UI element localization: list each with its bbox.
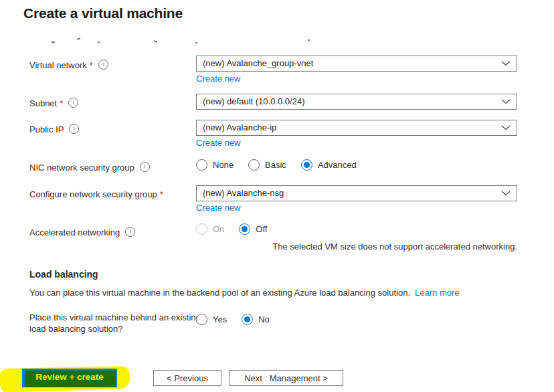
radio-circle-icon [239, 223, 250, 235]
info-icon[interactable] [140, 162, 150, 172]
cropped-text-artifact [154, 40, 157, 42]
configure-nsg-label: Configure network security group* [29, 189, 163, 200]
previous-button[interactable]: < Previous [153, 370, 221, 386]
cropped-text-artifact [98, 41, 100, 43]
create-new-link-vnet[interactable]: Create new [196, 74, 240, 84]
radio-none[interactable]: None [196, 159, 234, 171]
radio-circle-icon [242, 314, 253, 325]
chevron-down-icon [501, 191, 511, 196]
subnet-label: Subnet* [29, 98, 78, 109]
load-balancing-description: You can place this virtual machine in th… [29, 288, 460, 298]
accelerated-networking-radio-group: On Off [196, 223, 267, 235]
info-icon[interactable] [125, 227, 135, 237]
review-create-button[interactable]: Review + create [22, 369, 117, 387]
accelerated-networking-note: The selected VM size does not support ac… [196, 241, 517, 252]
load-balancing-question: Place this virtual machine behind an exi… [29, 312, 205, 334]
load-balancing-heading: Load balancing [29, 269, 98, 280]
radio-circle-icon [301, 159, 312, 171]
radio-yes[interactable]: Yes [196, 314, 227, 325]
cropped-text-artifact [195, 42, 197, 43]
create-new-link-public-ip[interactable]: Create new [196, 138, 240, 148]
next-management-button[interactable]: Next : Management > [229, 370, 343, 386]
info-icon[interactable] [98, 60, 108, 70]
dropdown-value: (new) Avalanche-ip [203, 120, 276, 135]
nic-nsg-label: NIC network security group [29, 162, 150, 173]
virtual-network-dropdown[interactable]: (new) Avalanche_group-vnet [196, 56, 517, 72]
chevron-down-icon [501, 125, 511, 130]
public-ip-label: Public IP [29, 124, 79, 135]
create-new-link-nsg[interactable]: Create new [196, 203, 240, 213]
info-icon[interactable] [69, 124, 79, 134]
learn-more-link[interactable]: Learn more [415, 288, 459, 298]
cropped-text-artifact [52, 41, 55, 43]
info-icon[interactable] [68, 98, 78, 108]
radio-advanced[interactable]: Advanced [301, 159, 357, 171]
radio-circle-icon [248, 159, 260, 171]
dropdown-value: (new) Avalanche_group-vnet [203, 56, 313, 71]
subnet-dropdown[interactable]: (new) default (10.0.0.0/24) [196, 94, 517, 110]
public-ip-dropdown[interactable]: (new) Avalanche-ip [196, 120, 517, 136]
nic-nsg-radio-group: None Basic Advanced [196, 159, 357, 171]
cropped-text-artifact [308, 39, 310, 41]
accelerated-networking-label: Accelerated networking [29, 227, 135, 238]
dropdown-value: (new) Avalanche-nsg [203, 186, 284, 201]
configure-nsg-dropdown[interactable]: (new) Avalanche-nsg [196, 185, 517, 201]
dropdown-value: (new) default (10.0.0.0/24) [203, 94, 304, 109]
chevron-down-icon [501, 61, 511, 66]
radio-basic[interactable]: Basic [248, 159, 286, 171]
cropped-text-artifact [77, 37, 80, 39]
page-title: Create a virtual machine [23, 5, 183, 21]
radio-circle-icon [196, 223, 207, 235]
load-balancing-radio-group: Yes No [196, 313, 270, 326]
radio-off[interactable]: Off [239, 223, 267, 235]
radio-no[interactable]: No [242, 314, 270, 325]
chevron-down-icon [501, 99, 511, 104]
radio-circle-icon [196, 159, 207, 171]
virtual-network-label: Virtual network* [29, 60, 108, 71]
radio-circle-icon [196, 314, 207, 325]
radio-on: On [196, 223, 224, 235]
